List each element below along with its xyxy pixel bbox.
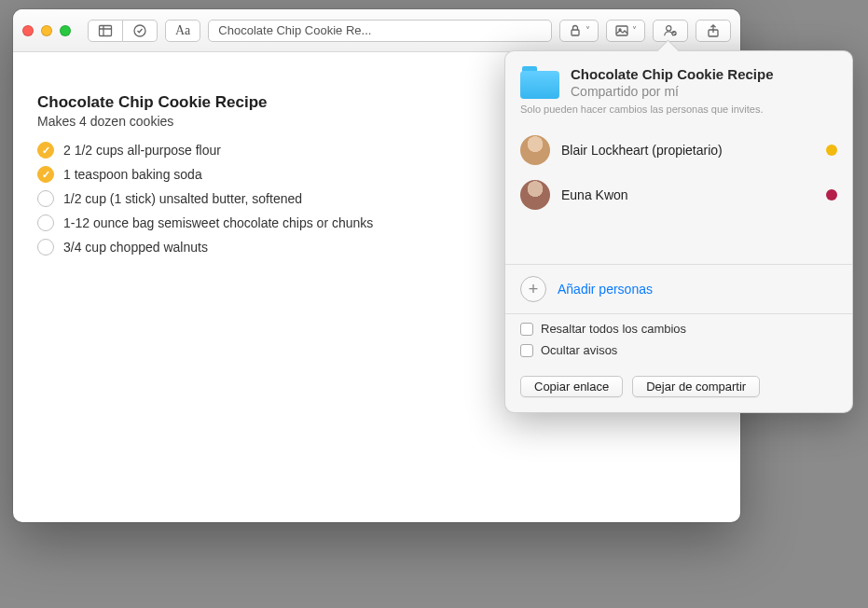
status-indicator [826,145,837,156]
format-icon: Aa [175,23,190,38]
lock-icon [568,23,583,38]
item-text: 1 teaspoon baking soda [63,167,202,182]
avatar [520,135,550,165]
option-label: Resaltar todos los cambios [541,322,686,336]
titlebar: Aa Chocolate Chip Cookie Re... ˅ ˅ [13,9,740,52]
person-name: Euna Kwon [561,187,815,202]
highlight-changes-checkbox[interactable]: Resaltar todos los cambios [520,318,837,339]
zoom-window-button[interactable] [60,25,71,36]
item-text: 1/2 cup (1 stick) unsalted butter, softe… [63,191,302,206]
lock-button[interactable]: ˅ [559,20,599,42]
popover-subtitle: Compartido por mí [571,84,774,99]
checkbox-icon[interactable] [37,214,54,231]
image-icon [614,23,629,38]
checkbox-checked-icon[interactable] [37,142,54,159]
person-check-icon [663,23,678,38]
title-text: Chocolate Chip Cookie Re... [218,23,371,37]
item-text: 1-12 ounce bag semisweet chocolate chips… [63,215,373,230]
add-people-label: Añadir personas [558,282,653,297]
hide-alerts-checkbox[interactable]: Ocultar avisos [520,339,837,361]
person-row[interactable]: Euna Kwon [520,173,837,217]
minimize-window-button[interactable] [41,25,52,36]
avatar [520,180,550,210]
popover-buttons: Copiar enlace Dejar de compartir [505,370,852,412]
traffic-lights [22,25,71,36]
media-button[interactable]: ˅ [606,20,645,42]
svg-rect-4 [572,30,579,35]
plus-icon: + [520,276,546,302]
format-button[interactable]: Aa [165,20,200,42]
copy-link-button[interactable]: Copiar enlace [520,376,623,397]
stop-sharing-button[interactable]: Dejar de compartir [632,376,760,397]
svg-rect-0 [100,25,112,35]
people-list: Blair Lockheart (propietario) Euna Kwon [505,124,852,264]
popover-title: Chocolate Chip Cookie Recipe [571,66,774,82]
checkbox-icon[interactable] [520,323,533,336]
popover-header: Chocolate Chip Cookie Recipe Compartido … [505,51,852,104]
collaborate-button[interactable] [653,20,688,42]
folder-icon [520,66,559,100]
permission-note: Solo pueden hacer cambios las personas q… [505,104,852,124]
checkbox-icon[interactable] [37,190,54,207]
share-button[interactable] [696,20,731,42]
item-text: 3/4 cup chopped walnuts [63,240,208,255]
table-view-button[interactable] [88,20,123,42]
options-area: Resaltar todos los cambios Ocultar aviso… [505,314,852,370]
chevron-down-icon: ˅ [632,25,637,35]
item-text: 2 1/2 cups all-purpose flour [63,143,221,158]
svg-point-7 [667,25,671,30]
checklist-icon [132,23,147,38]
status-indicator [826,189,837,200]
checkbox-checked-icon[interactable] [37,166,54,183]
grid-icon [98,23,113,38]
checkbox-icon[interactable] [37,239,54,256]
close-window-button[interactable] [22,25,34,36]
share-icon [706,23,721,38]
collaboration-popover: Chocolate Chip Cookie Recipe Compartido … [504,50,853,413]
add-people-row[interactable]: + Añadir personas [505,265,852,313]
checklist-view-button[interactable] [123,20,158,42]
chevron-down-icon: ˅ [586,25,590,35]
person-name: Blair Lockheart (propietario) [561,143,815,158]
svg-rect-5 [616,26,627,35]
person-row[interactable]: Blair Lockheart (propietario) [520,128,837,173]
checkbox-icon[interactable] [520,344,533,357]
option-label: Ocultar avisos [541,343,617,357]
note-title-field[interactable]: Chocolate Chip Cookie Re... [208,20,552,42]
